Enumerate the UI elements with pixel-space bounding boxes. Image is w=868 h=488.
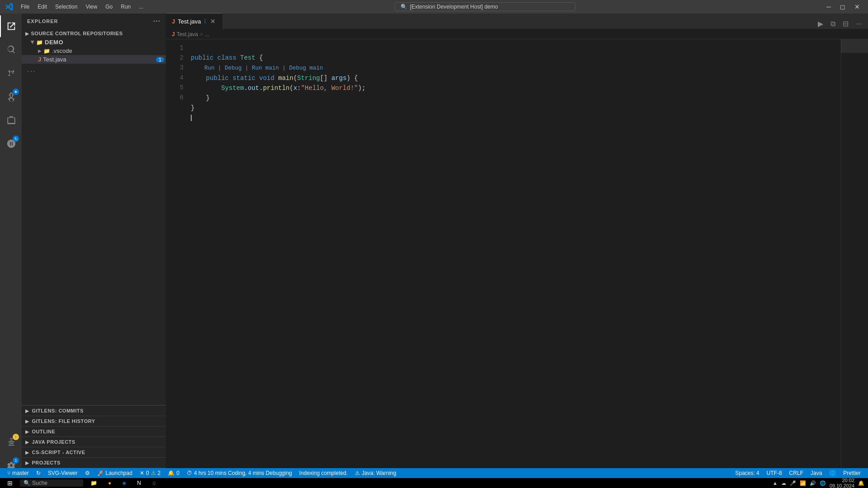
close-button[interactable]: ✕ [851,2,863,11]
taskbar-spotify[interactable]: ♫ [148,479,160,487]
projects-header[interactable]: ▶ PROJECTS [22,458,166,468]
sidebar-title: EXPLORER [27,19,58,24]
minimize-button[interactable]: ─ [823,2,835,11]
status-encoding[interactable]: UTF-8 [763,468,786,478]
java-projects-label: JAVA PROJECTS [32,439,75,445]
tab-bar: J Test.java 1 ✕ ▶ ⧉ ⊟ ··· [166,14,868,29]
java-projects-header[interactable]: ▶ JAVA PROJECTS [22,437,166,447]
gitlens-history-label: GITLENS: FILE HISTORY [32,418,95,424]
minimap[interactable] [841,39,868,478]
status-prettier[interactable]: Prettier [840,468,864,478]
projects-section: ▶ PROJECTS [22,457,166,468]
taskbar-search[interactable]: 🔍 Suche [20,479,83,487]
outline-label: OUTLINE [32,429,56,434]
notification-icon[interactable]: 🔔 [858,480,864,486]
outline-header[interactable]: ▶ OUTLINE [22,427,166,436]
status-svg-viewer[interactable]: SVG-Viewer [44,468,81,478]
status-branch[interactable]: ⑂ master [4,468,33,478]
taskbar-file-manager[interactable]: 📁 [87,479,101,487]
sidebar-more-button[interactable]: ··· [153,17,160,25]
title-search-bar[interactable]: 🔍 [Extension Development Host] demo [395,2,576,11]
line-5: } [191,104,194,112]
taskbar-notion[interactable]: N [133,479,145,487]
up-arrow-icon[interactable]: ▲ [773,480,778,486]
line-1-lens: Run | Debug | Run main | Debug main [191,64,323,71]
sidebar-more-dots[interactable]: ··· [22,64,166,79]
menu-run[interactable]: Run [117,3,134,11]
line-3: System.out.println(x:"Hello, World!"); [191,84,366,92]
status-java-warning[interactable]: ⚠ Java: Warning [351,468,400,478]
error-count: 0 [146,470,149,476]
debug-main-lens[interactable]: Debug main [289,65,323,71]
run-main-lens[interactable]: Run main [252,65,279,71]
cs-script-section: ▶ CS-SCRIPT - ACTIVE [22,447,166,457]
activity-source-control[interactable] [0,62,22,84]
status-errors[interactable]: ✕ 0 ⚠ 2 [136,468,164,478]
taskbar-clock[interactable]: 20:02 09.10.2024 [830,478,854,488]
status-globe[interactable]: 🌐 [826,468,840,478]
cs-script-header[interactable]: ▶ CS-SCRIPT - ACTIVE [22,447,166,457]
titlebar-right: ─ ◻ ✕ [823,2,863,11]
activity-remote[interactable]: ↻ [0,133,22,155]
activity-java[interactable]: ! [0,431,22,453]
search-icon: 🔍 [401,4,407,10]
breadcrumb-context[interactable]: ... [205,31,209,38]
testjava-tab[interactable]: J Test.java 1 ✕ [166,13,222,29]
status-line-ending[interactable]: CRLF [786,468,807,478]
vscode-folder[interactable]: ▶ 📁 .vscode [22,47,166,55]
testjava-file[interactable]: J Test.java 1 [22,55,166,64]
remote-badge: ↻ [13,136,19,142]
taskbar-browser[interactable]: ● [104,479,115,487]
activity-explorer[interactable] [0,15,22,37]
run-lens[interactable]: Run [204,65,215,71]
run-split-button[interactable]: ▶ [815,19,826,29]
source-control-section-header[interactable]: ▶ SOURCE CONTROL REPOSITORIES [22,29,166,38]
gitlens-commits-header[interactable]: ▶ GITLENS: COMMITS [22,406,166,416]
editor-layout-button[interactable]: ⊟ [840,19,851,29]
status-indexing[interactable]: Indexing completed. [296,468,351,478]
taskbar-vscode[interactable]: ◈ [118,479,130,487]
remote-icon2: 🔔 [168,470,175,476]
activity-extensions[interactable] [0,109,22,131]
windows-start-icon[interactable]: ⊞ [4,479,16,487]
line-2: public static void main(String[] args) { [191,75,358,82]
gitlens-commits-label: GITLENS: COMMITS [32,408,84,413]
java-warning-label: Java: Warning [362,470,396,476]
launchpad-icon: 🚀 [97,470,104,476]
code-editor[interactable]: 1 2 3 4 5 6 public class Test { Run | De… [166,39,868,478]
status-remote[interactable]: 🔔 0 [164,468,183,478]
vscode-taskbar-icon: ◈ [122,480,126,486]
activity-debug[interactable]: ● [0,86,22,108]
tab-close-button[interactable]: ✕ [209,17,217,26]
restore-button[interactable]: ◻ [836,2,849,11]
titlebar-center: 🔍 [Extension Development Host] demo [147,2,823,11]
prettier-label: Prettier [843,470,861,476]
menu-view[interactable]: View [82,3,101,11]
debug-lens[interactable]: Debug [225,65,242,71]
split-editor-button[interactable]: ⧉ [828,19,838,29]
status-gear-icon[interactable]: ⚙ [81,468,94,478]
activity-search[interactable] [0,39,22,61]
breadcrumb-file[interactable]: Test.java [177,31,198,38]
gitlens-history-header[interactable]: ▶ GITLENS: FILE HISTORY [22,416,166,426]
menu-file[interactable]: File [17,3,33,11]
status-language[interactable]: Java [807,468,826,478]
menu-edit[interactable]: Edit [34,3,51,11]
status-spaces[interactable]: Spaces: 4 [731,468,763,478]
demo-folder-label: DEMO [45,39,63,46]
code-content[interactable]: public class Test { Run | Debug | Run ma… [189,39,841,478]
chrome-icon: ● [108,480,111,486]
menu-go[interactable]: Go [102,3,116,11]
encoding-label: UTF-8 [767,470,782,476]
menu-selection[interactable]: Selection [52,3,81,11]
globe-icon: 🌐 [829,470,836,476]
editor-more-button[interactable]: ··· [853,19,864,29]
launchpad-label: Launchpad [106,470,132,476]
menu-more[interactable]: ... [135,3,147,11]
line-6 [191,114,192,122]
status-sync[interactable]: ↻ [33,468,44,478]
demo-folder[interactable]: ▶ 📁 DEMO [22,38,166,47]
titlebar-left: File Edit Selection View Go Run ... [5,2,147,11]
status-time-tracker[interactable]: ⏱ 4 hrs 10 mins Coding, 4 mins Debugging [183,468,296,478]
status-launchpad[interactable]: 🚀 Launchpad [94,468,136,478]
